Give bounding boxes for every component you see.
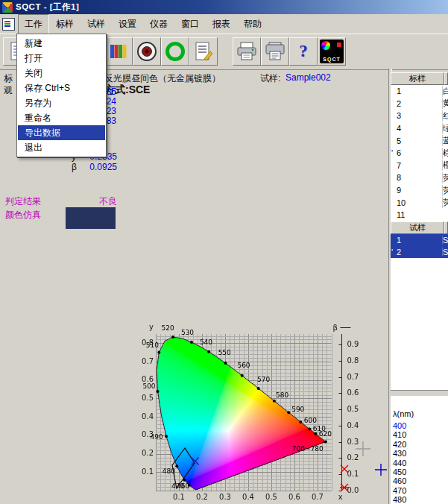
color-simulation-label: 颜色仿真 <box>5 209 41 221</box>
sample-row[interactable]: 2 S <box>391 246 448 258</box>
sample-row-number: 1 <box>397 236 442 245</box>
color-scales-button[interactable] <box>104 37 133 66</box>
menu-item[interactable]: 窗口 <box>174 14 206 34</box>
print-button[interactable] <box>233 37 261 66</box>
menu-bar: 工作 标样 试样 设置 仪器 窗口 报表 帮助 <box>0 14 448 34</box>
standard-row[interactable]: 10 荧 <box>391 196 448 209</box>
standard-row-number: 3 <box>397 111 442 120</box>
standard-row-number: 6 <box>397 148 442 157</box>
standard-row[interactable]: 9 荧 <box>391 184 448 197</box>
sample-name: Sample002 <box>285 72 331 83</box>
standard-row[interactable]: 3 红 <box>391 110 448 122</box>
wavelength-item[interactable]: 420 <box>393 440 448 449</box>
standard-row[interactable]: 7 橙 <box>391 160 448 172</box>
standard-row-number: 1 <box>397 86 442 95</box>
standard-row-name-fragment: 白 <box>442 86 448 97</box>
standard-row-number: 5 <box>397 136 442 145</box>
standard-row-name-fragment: 黄 <box>442 98 448 109</box>
color-simulation-swatch <box>66 207 116 229</box>
menu-item[interactable]: 试样 <box>81 14 112 34</box>
standard-row-number: 9 <box>397 186 442 195</box>
about-sqct-button[interactable]: SQCT <box>318 37 346 66</box>
child-document-icon <box>2 18 15 31</box>
standard-row-name-fragment: 绿 <box>442 123 448 134</box>
wavelength-item[interactable]: 410 <box>393 430 448 439</box>
menu-item[interactable]: 帮助 <box>237 14 268 34</box>
sample-row-name-fragment: S <box>442 248 448 256</box>
menu-item[interactable]: 报表 <box>206 14 237 34</box>
app-window: SQCT - [工作1] 工作 标样 试样 设置 仪器 窗口 报表 帮助 <box>0 0 448 504</box>
menu-item[interactable]: 仪器 <box>143 14 174 34</box>
file-menu-item[interactable]: 打开 <box>18 51 105 66</box>
standard-target-icon <box>136 40 158 63</box>
beta-label: β <box>72 162 77 172</box>
file-menu-dropdown: 新建 打开 关闭 保存 Ctrl+S 另存为 重命名 导出数据 退出 <box>16 34 107 157</box>
color-bars-icon <box>107 40 130 63</box>
wavelength-item[interactable]: 460 <box>393 476 448 485</box>
file-menu-item[interactable]: 导出数据 <box>18 125 105 140</box>
standard-label-fragment: 标 <box>4 72 16 85</box>
sqct-logo-icon: SQCT <box>320 40 344 63</box>
menu-item[interactable]: 标样 <box>49 14 81 34</box>
standard-list: 1 白 2 黄 3 红 4 绿 5 <box>391 85 448 221</box>
measure-sample-button[interactable] <box>161 37 189 66</box>
standard-row[interactable]: 5 蓝 <box>391 134 448 147</box>
title-bar[interactable]: SQCT - [工作1] <box>0 0 448 14</box>
file-menu-item[interactable]: 退出 <box>18 140 105 155</box>
wavelength-item[interactable]: 470 <box>393 486 448 495</box>
report-button[interactable] <box>189 37 218 66</box>
chromaticity-chart <box>142 321 388 504</box>
menu-item[interactable]: 工作 <box>18 14 49 34</box>
app-icon <box>2 2 13 13</box>
wavelength-item[interactable]: 450 <box>393 467 448 476</box>
standard-row-name-fragment: 荧 <box>442 185 448 196</box>
standard-row[interactable]: 1 白 <box>391 85 448 98</box>
standard-row-name-fragment: 橙 <box>442 160 448 171</box>
standard-row-number: 4 <box>397 124 442 133</box>
file-menu-item[interactable]: 保存 Ctrl+S <box>18 81 105 95</box>
wavelength-header: λ(nm) <box>393 409 414 418</box>
help-button[interactable]: ? <box>289 37 318 66</box>
file-menu-item[interactable]: 关闭 <box>18 66 105 81</box>
sample-list-header: 试样 <box>391 221 448 234</box>
standard-header-cell[interactable]: 标样 <box>391 72 444 85</box>
print-output-icon <box>264 40 286 63</box>
wavelength-list: 400 410 420 430 440 450 460 470 480 <box>393 421 448 504</box>
wavelength-item[interactable]: 440 <box>393 459 448 467</box>
menu-item[interactable]: 设置 <box>112 14 143 34</box>
standard-row[interactable]: 11 <box>391 209 448 221</box>
standard-row-number: 10 <box>397 198 442 207</box>
color-burst-icon <box>321 41 330 50</box>
beta-value: 0.0925 <box>81 162 117 172</box>
print-output-button[interactable] <box>261 37 289 66</box>
help-icon: ? <box>299 42 308 61</box>
wavelength-item[interactable]: 480 <box>393 495 448 504</box>
file-menu-item[interactable]: 另存为 <box>18 95 105 110</box>
file-menu-item[interactable]: 新建 <box>18 36 105 51</box>
standard-row[interactable]: 6 棕 <box>391 147 448 160</box>
current-row-marker <box>391 148 397 157</box>
wavelength-item[interactable]: 430 <box>393 449 448 458</box>
standard-row-number: 11 <box>397 210 442 219</box>
sample-list: 1 S 2 S <box>391 234 448 390</box>
standard-row-name-fragment: 荧 <box>442 197 448 208</box>
standard-row-name-fragment: 红 <box>442 110 448 122</box>
observer-label-fragment: 观 <box>4 84 16 97</box>
sample-row[interactable]: 1 S <box>391 234 448 246</box>
file-menu-item[interactable]: 重命名 <box>18 110 105 125</box>
standard-row[interactable]: 8 荧 <box>391 171 448 184</box>
report-icon <box>192 40 215 63</box>
wavelength-item[interactable]: 400 <box>393 421 448 430</box>
sample-header-cell[interactable]: 试样 <box>391 221 444 234</box>
measure-standard-button[interactable] <box>133 37 161 66</box>
sample-ring-icon <box>164 40 186 63</box>
printer-icon <box>236 40 258 63</box>
standard-row-number: 7 <box>397 161 442 170</box>
sample-label: 试样: <box>260 72 280 85</box>
standard-row[interactable]: 2 黄 <box>391 98 448 110</box>
window-title: SQCT - [工作1] <box>16 1 79 13</box>
standard-row[interactable]: 4 绿 <box>391 122 448 135</box>
standard-row-number: 8 <box>397 173 442 182</box>
standard-row-name-fragment: 荧 <box>442 172 448 183</box>
sample-row-name-fragment: S <box>442 236 448 245</box>
